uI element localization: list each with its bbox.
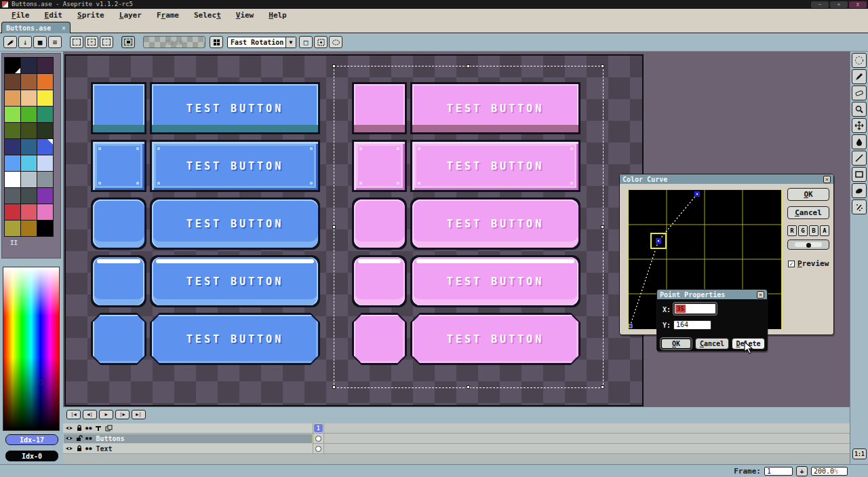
color-spectrum-picker[interactable] [3, 267, 60, 431]
palette-swatch[interactable] [37, 107, 53, 122]
palette-swatch[interactable] [37, 90, 53, 106]
eye-icon[interactable] [65, 445, 73, 453]
pencil-option-icon[interactable] [3, 36, 17, 48]
palette-swatch[interactable] [37, 74, 53, 90]
color-curve-titlebar[interactable]: Color Curve ✕ [620, 174, 833, 184]
next-frame-button[interactable]: |▶ [115, 410, 130, 419]
add-frame-button[interactable]: + [796, 466, 808, 476]
curve-cancel-button[interactable]: Cancel [787, 206, 829, 219]
maximize-button[interactable]: + [830, 1, 848, 8]
palette-swatch[interactable] [21, 58, 37, 73]
contour-tool[interactable] [852, 183, 867, 198]
preview-checkbox[interactable]: ✓ [788, 261, 795, 267]
palette-swatch[interactable] [5, 74, 20, 90]
replace-selection-icon[interactable] [70, 36, 83, 48]
pencil-tool[interactable] [852, 69, 867, 84]
layer-name-cell[interactable]: ●●Text [63, 444, 313, 454]
one-to-one-zoom-button[interactable]: 1:1 [852, 449, 867, 459]
slider-knob[interactable] [806, 243, 811, 248]
selection-handle[interactable] [601, 385, 604, 389]
eye-icon[interactable] [65, 425, 73, 432]
palette-swatch[interactable] [21, 139, 37, 155]
palette-swatch[interactable] [21, 172, 37, 187]
onion-skin-icon[interactable]: ●● [85, 446, 92, 451]
point-properties-close-icon[interactable]: ✕ [757, 291, 764, 299]
palette-swatch[interactable] [37, 155, 53, 171]
palette-swatch[interactable] [21, 123, 37, 138]
channel-button-r[interactable]: R [787, 225, 797, 236]
line-tool[interactable] [852, 151, 867, 166]
palette-swatch[interactable] [37, 221, 53, 236]
rectangle-tool[interactable] [852, 167, 867, 182]
zoom-tool[interactable] [852, 102, 867, 117]
close-button[interactable]: x [849, 1, 867, 8]
menu-lines-icon[interactable]: ≡ [48, 36, 62, 48]
selection-handle[interactable] [332, 64, 336, 68]
tab-buttons-ase[interactable]: Buttons.ase × [1, 22, 71, 33]
palette-swatch[interactable] [5, 188, 20, 204]
palette-swatch[interactable] [37, 58, 53, 73]
eraser-tool[interactable] [852, 85, 867, 100]
point-properties-titlebar[interactable]: Point Properties ✕ [657, 290, 767, 299]
first-frame-button[interactable]: |◀ [66, 410, 81, 419]
palette-swatch[interactable] [5, 221, 20, 236]
menu-item-layer[interactable]: Layer [112, 11, 149, 20]
selection-handle[interactable] [467, 385, 470, 389]
rotation-dropdown[interactable]: Fast Rotation ▼ [227, 37, 296, 48]
palette-swatch[interactable] [21, 221, 37, 236]
cel-cell[interactable] [313, 434, 323, 444]
filled-square-icon[interactable]: ■ [33, 36, 47, 48]
palette-swatch[interactable] [21, 155, 37, 171]
frame-input[interactable]: 1 [764, 467, 793, 476]
palette-swatch[interactable] [5, 107, 20, 122]
selection-handle[interactable] [601, 64, 604, 68]
menu-item-help[interactable]: Help [261, 11, 294, 20]
subtract-selection-icon[interactable]: - [100, 36, 113, 48]
arrow-down-icon[interactable]: ↓ [18, 36, 32, 48]
palette-swatch[interactable] [5, 139, 20, 155]
color-curve-close-icon[interactable]: ✕ [823, 176, 831, 183]
palette-swatch[interactable] [21, 204, 37, 220]
palette-swatch[interactable] [37, 204, 53, 220]
selection-handle[interactable] [601, 225, 604, 229]
move-tool[interactable] [852, 118, 867, 133]
palette-swatch[interactable] [37, 139, 53, 155]
point-ok-button[interactable]: OK [660, 338, 692, 349]
eye-icon[interactable] [65, 435, 73, 442]
background-index-button[interactable]: Idx-0 [5, 451, 58, 461]
selection-handle[interactable] [332, 385, 336, 389]
channel-button-b[interactable]: B [809, 225, 818, 236]
frame-number-cell[interactable]: 1 [313, 423, 323, 434]
point-cancel-button[interactable]: Cancel [695, 338, 729, 349]
layer-name-cell[interactable]: ●●Buttons [63, 434, 313, 444]
continuous-icon[interactable] [94, 425, 102, 432]
x-input[interactable]: 35 [673, 303, 717, 315]
jumble-tool[interactable] [852, 199, 867, 214]
paint-bucket-tool[interactable] [852, 134, 867, 149]
play-button[interactable]: ▶ [99, 410, 113, 419]
layer-row-text[interactable]: ●●Text [63, 444, 850, 454]
palette-swatch[interactable] [21, 90, 37, 106]
menu-item-frame[interactable]: Frame [149, 11, 186, 20]
palette-swatch[interactable] [21, 188, 37, 204]
palette-swatch[interactable] [37, 172, 53, 187]
channel-button-g[interactable]: G [798, 225, 808, 236]
curve-ok-button[interactable]: OK [787, 188, 829, 201]
onion-skin-icon[interactable]: ●● [85, 425, 92, 431]
palette-swatch[interactable] [21, 74, 37, 90]
lock-icon[interactable] [75, 445, 83, 453]
add-selection-icon[interactable]: + [85, 36, 98, 48]
lock-icon[interactable] [75, 425, 83, 432]
frames-strip[interactable] [323, 423, 850, 434]
palette-swatch[interactable] [5, 155, 20, 171]
menu-item-sprite[interactable]: Sprite [70, 11, 112, 20]
palette-swatch[interactable] [5, 90, 20, 106]
zoom-input[interactable]: 200.0% [811, 467, 848, 476]
unlock-icon[interactable] [75, 435, 83, 442]
frames-strip[interactable] [323, 434, 850, 444]
rect-handle-icon[interactable]: □ [299, 36, 313, 48]
layers-icon[interactable] [104, 425, 113, 432]
menu-item-view[interactable]: View [229, 11, 262, 20]
grid-icon[interactable] [210, 36, 223, 48]
selection-handle[interactable] [332, 225, 336, 229]
